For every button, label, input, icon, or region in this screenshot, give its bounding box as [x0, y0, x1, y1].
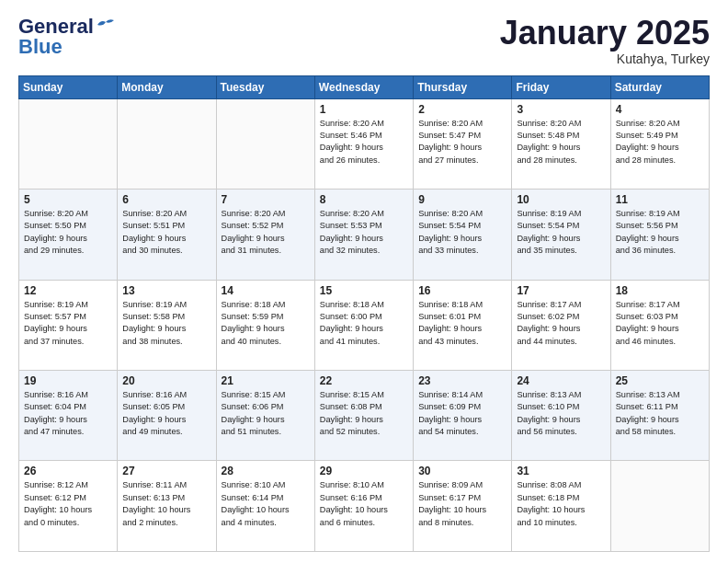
day-info: Sunrise: 8:18 AM Sunset: 6:00 PM Dayligh… [320, 299, 408, 348]
day-number: 12 [24, 284, 112, 297]
table-row: 14Sunrise: 8:18 AM Sunset: 5:59 PM Dayli… [216, 280, 314, 370]
day-info: Sunrise: 8:10 AM Sunset: 6:14 PM Dayligh… [222, 479, 310, 528]
day-info: Sunrise: 8:17 AM Sunset: 6:03 PM Dayligh… [616, 299, 704, 348]
table-row: 4Sunrise: 8:20 AM Sunset: 5:49 PM Daylig… [610, 98, 709, 189]
table-row: 10Sunrise: 8:19 AM Sunset: 5:54 PM Dayli… [512, 190, 610, 280]
day-number: 10 [517, 193, 605, 206]
table-row [216, 98, 314, 189]
header: General Blue January 2025 Kutahya, Turke… [18, 15, 710, 66]
table-row: 27Sunrise: 8:11 AM Sunset: 6:13 PM Dayli… [118, 461, 216, 552]
page: General Blue January 2025 Kutahya, Turke… [0, 0, 728, 563]
day-number: 8 [320, 193, 408, 206]
day-info: Sunrise: 8:20 AM Sunset: 5:46 PM Dayligh… [320, 118, 408, 167]
table-row: 22Sunrise: 8:15 AM Sunset: 6:08 PM Dayli… [314, 371, 413, 461]
day-info: Sunrise: 8:17 AM Sunset: 6:02 PM Dayligh… [517, 299, 605, 348]
day-info: Sunrise: 8:19 AM Sunset: 5:54 PM Dayligh… [517, 208, 605, 257]
day-info: Sunrise: 8:20 AM Sunset: 5:48 PM Dayligh… [517, 118, 605, 167]
day-number: 23 [418, 374, 506, 387]
table-row: 23Sunrise: 8:14 AM Sunset: 6:09 PM Dayli… [414, 371, 512, 461]
day-number: 2 [418, 103, 506, 116]
table-row: 29Sunrise: 8:10 AM Sunset: 6:16 PM Dayli… [314, 461, 413, 552]
day-number: 3 [517, 103, 605, 116]
table-row: 18Sunrise: 8:17 AM Sunset: 6:03 PM Dayli… [610, 280, 709, 370]
logo-blue: Blue [18, 35, 63, 59]
day-info: Sunrise: 8:13 AM Sunset: 6:10 PM Dayligh… [517, 389, 605, 438]
col-friday: Friday [512, 75, 610, 98]
col-thursday: Thursday [414, 75, 512, 98]
table-row: 24Sunrise: 8:13 AM Sunset: 6:10 PM Dayli… [512, 371, 610, 461]
day-number: 24 [517, 374, 605, 387]
table-row: 9Sunrise: 8:20 AM Sunset: 5:54 PM Daylig… [414, 190, 512, 280]
day-info: Sunrise: 8:18 AM Sunset: 5:59 PM Dayligh… [222, 299, 310, 348]
day-info: Sunrise: 8:20 AM Sunset: 5:50 PM Dayligh… [24, 208, 112, 257]
table-row: 15Sunrise: 8:18 AM Sunset: 6:00 PM Dayli… [314, 280, 413, 370]
day-info: Sunrise: 8:15 AM Sunset: 6:06 PM Dayligh… [222, 389, 310, 438]
day-number: 5 [24, 193, 112, 206]
day-number: 25 [616, 374, 704, 387]
logo: General Blue [18, 15, 116, 59]
day-info: Sunrise: 8:19 AM Sunset: 5:57 PM Dayligh… [24, 299, 112, 348]
table-row: 12Sunrise: 8:19 AM Sunset: 5:57 PM Dayli… [19, 280, 118, 370]
table-row: 6Sunrise: 8:20 AM Sunset: 5:51 PM Daylig… [118, 190, 216, 280]
table-row: 17Sunrise: 8:17 AM Sunset: 6:02 PM Dayli… [512, 280, 610, 370]
day-info: Sunrise: 8:20 AM Sunset: 5:53 PM Dayligh… [320, 208, 408, 257]
location-subtitle: Kutahya, Turkey [500, 52, 710, 66]
day-info: Sunrise: 8:20 AM Sunset: 5:51 PM Dayligh… [122, 208, 210, 257]
day-info: Sunrise: 8:16 AM Sunset: 6:05 PM Dayligh… [122, 389, 210, 438]
day-info: Sunrise: 8:16 AM Sunset: 6:04 PM Dayligh… [24, 389, 112, 438]
day-number: 28 [222, 465, 310, 477]
day-number: 15 [320, 284, 408, 297]
table-row: 2Sunrise: 8:20 AM Sunset: 5:47 PM Daylig… [414, 98, 512, 189]
table-row: 5Sunrise: 8:20 AM Sunset: 5:50 PM Daylig… [19, 190, 118, 280]
day-number: 16 [418, 284, 506, 297]
month-title: January 2025 [500, 15, 710, 52]
col-monday: Monday [118, 75, 216, 98]
table-row: 20Sunrise: 8:16 AM Sunset: 6:05 PM Dayli… [118, 371, 216, 461]
title-block: January 2025 Kutahya, Turkey [500, 15, 710, 66]
day-info: Sunrise: 8:18 AM Sunset: 6:01 PM Dayligh… [418, 299, 506, 348]
col-sunday: Sunday [19, 75, 118, 98]
table-row: 25Sunrise: 8:13 AM Sunset: 6:11 PM Dayli… [610, 371, 709, 461]
day-info: Sunrise: 8:10 AM Sunset: 6:16 PM Dayligh… [320, 479, 408, 528]
day-number: 22 [320, 374, 408, 387]
table-row [610, 461, 709, 552]
day-number: 17 [517, 284, 605, 297]
day-info: Sunrise: 8:20 AM Sunset: 5:54 PM Dayligh… [418, 208, 506, 257]
day-number: 21 [222, 374, 310, 387]
day-info: Sunrise: 8:11 AM Sunset: 6:13 PM Dayligh… [122, 479, 210, 528]
table-row: 13Sunrise: 8:19 AM Sunset: 5:58 PM Dayli… [118, 280, 216, 370]
table-row: 3Sunrise: 8:20 AM Sunset: 5:48 PM Daylig… [512, 98, 610, 189]
day-info: Sunrise: 8:13 AM Sunset: 6:11 PM Dayligh… [616, 389, 704, 438]
day-number: 1 [320, 103, 408, 116]
day-info: Sunrise: 8:20 AM Sunset: 5:49 PM Dayligh… [616, 118, 704, 167]
table-row: 8Sunrise: 8:20 AM Sunset: 5:53 PM Daylig… [314, 190, 413, 280]
table-row: 1Sunrise: 8:20 AM Sunset: 5:46 PM Daylig… [314, 98, 413, 189]
table-row: 7Sunrise: 8:20 AM Sunset: 5:52 PM Daylig… [216, 190, 314, 280]
day-number: 26 [24, 465, 112, 477]
col-wednesday: Wednesday [314, 75, 413, 98]
day-info: Sunrise: 8:15 AM Sunset: 6:08 PM Dayligh… [320, 389, 408, 438]
day-info: Sunrise: 8:09 AM Sunset: 6:17 PM Dayligh… [418, 479, 506, 528]
day-number: 13 [122, 284, 210, 297]
day-number: 29 [320, 465, 408, 477]
day-number: 20 [122, 374, 210, 387]
day-number: 30 [418, 465, 506, 477]
col-tuesday: Tuesday [216, 75, 314, 98]
day-number: 18 [616, 284, 704, 297]
day-info: Sunrise: 8:19 AM Sunset: 5:58 PM Dayligh… [122, 299, 210, 348]
day-number: 11 [616, 193, 704, 206]
calendar-table: Sunday Monday Tuesday Wednesday Thursday… [18, 75, 710, 552]
col-saturday: Saturday [610, 75, 709, 98]
table-row: 31Sunrise: 8:08 AM Sunset: 6:18 PM Dayli… [512, 461, 610, 552]
table-row [19, 98, 118, 189]
table-row: 16Sunrise: 8:18 AM Sunset: 6:01 PM Dayli… [414, 280, 512, 370]
day-info: Sunrise: 8:20 AM Sunset: 5:52 PM Dayligh… [222, 208, 310, 257]
day-info: Sunrise: 8:19 AM Sunset: 5:56 PM Dayligh… [616, 208, 704, 257]
day-number: 27 [122, 465, 210, 477]
table-row: 11Sunrise: 8:19 AM Sunset: 5:56 PM Dayli… [610, 190, 709, 280]
table-row: 21Sunrise: 8:15 AM Sunset: 6:06 PM Dayli… [216, 371, 314, 461]
logo-bird-icon [96, 17, 116, 32]
day-number: 4 [616, 103, 704, 116]
day-number: 6 [122, 193, 210, 206]
day-info: Sunrise: 8:12 AM Sunset: 6:12 PM Dayligh… [24, 479, 112, 528]
